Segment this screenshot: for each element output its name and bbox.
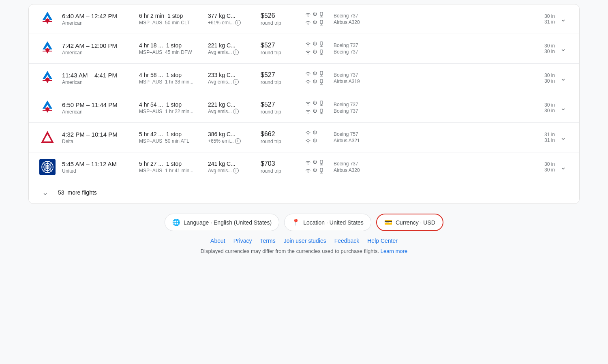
flight-duration: 4 hr 54 ... 1 stop <box>139 101 208 108</box>
duration-column: 5 hr 42 ... 1 stop MSP–AUS 50 min ATL <box>139 131 208 144</box>
expand-flight-col[interactable]: ⌄ <box>555 74 571 83</box>
aircraft-1: Boeing 757 <box>334 131 531 137</box>
price-column: $703 round trip <box>261 160 305 174</box>
privacy-link[interactable]: Privacy <box>233 238 252 244</box>
price-type: round trip <box>261 20 305 26</box>
flight-time: 11:43 AM – 4:41 PM <box>62 72 139 79</box>
flight-row[interactable]: 5:45 AM – 11:12 AM United 5 hr 27 ... 1 … <box>29 152 579 182</box>
flight-row[interactable]: 7:42 AM – 12:00 PM American 4 hr 18 ... … <box>29 34 579 64</box>
expand-flight-col[interactable]: ⌄ <box>555 44 571 53</box>
expand-flight-col[interactable]: ⌄ <box>555 163 571 171</box>
chevron-down-icon: ⌄ <box>560 15 566 24</box>
amenity-row-2 <box>305 49 330 56</box>
price-column: $662 round trip <box>261 131 305 144</box>
wifi-icon-2 <box>305 109 311 115</box>
flight-time: 7:42 AM – 12:00 PM <box>62 42 139 49</box>
usb-icon-1 <box>319 71 324 78</box>
price-column: $526 round trip <box>261 12 305 26</box>
price-type: round trip <box>261 50 305 56</box>
amenity-row-1 <box>305 41 330 48</box>
svg-rect-24 <box>320 79 323 83</box>
price-column: $527 round trip <box>261 42 305 56</box>
currency-button[interactable]: 💳 Currency · USD <box>376 214 443 231</box>
emissions-sub: +61% emi... i <box>208 20 261 26</box>
amenity-row-1 <box>305 12 330 19</box>
aircraft-1: Boeing 737 <box>334 161 531 167</box>
flight-price: $527 <box>261 101 305 108</box>
aircraft-column: Boeing 757 Airbus A321 <box>330 131 531 143</box>
more-flights-row[interactable]: ⌄ 53 more flights <box>29 182 579 203</box>
aircraft-column: Boeing 737 Boeing 737 <box>330 102 531 114</box>
wifi-icon-2 <box>305 79 311 86</box>
duration-column: 4 hr 54 ... 1 stop MSP–AUS 1 hr 22 min..… <box>139 101 208 114</box>
location-button[interactable]: 📍 Location · United States <box>284 214 371 231</box>
usb-icon-1 <box>319 101 324 107</box>
time-column: 5:45 AM – 11:12 AM United <box>58 161 139 174</box>
join-user-studies-link[interactable]: Join user studies <box>284 238 326 244</box>
globe-icon: 🌐 <box>172 218 180 226</box>
info-icon[interactable]: i <box>233 49 239 55</box>
info-icon[interactable]: i <box>233 168 239 173</box>
svg-rect-15 <box>320 50 323 53</box>
aircraft-1: Boeing 737 <box>334 43 531 48</box>
learn-more-link[interactable]: Learn more <box>381 248 407 254</box>
usb-icon-2 <box>319 20 324 27</box>
emissions-column: 386 kg C... +65% emi... i <box>208 131 261 144</box>
terms-link[interactable]: Terms <box>260 238 276 244</box>
time-column: 11:43 AM – 4:41 PM American <box>58 72 139 85</box>
legroom-1: 30 in <box>531 13 555 19</box>
legroom-2: 31 in <box>531 19 555 25</box>
emissions-column: 377 kg C... +61% emi... i <box>208 13 261 26</box>
flight-time: 5:45 AM – 11:12 AM <box>62 161 139 167</box>
aircraft-column: Boeing 737 Airbus A319 <box>330 72 531 84</box>
flight-row[interactable]: 6:40 AM – 12:42 PM American 6 hr 2 min 1… <box>29 4 579 34</box>
emissions-sub: Avg emis... i <box>208 168 261 173</box>
route-stop: MSP–AUS 45 min DFW <box>139 49 208 55</box>
expand-flight-col[interactable]: ⌄ <box>555 15 571 24</box>
feedback-link[interactable]: Feedback <box>334 238 359 244</box>
currency-icon: 💳 <box>384 218 392 226</box>
wifi-icon-1 <box>305 131 311 137</box>
time-column: 6:50 PM – 11:44 PM American <box>58 101 139 115</box>
info-icon[interactable]: i <box>235 20 241 26</box>
aircraft-2: Airbus A320 <box>334 19 531 25</box>
duration-column: 6 hr 2 min 1 stop MSP–AUS 50 min CLT <box>139 13 208 26</box>
airline-logo <box>37 70 58 86</box>
power-icon-1 <box>313 130 317 137</box>
language-button[interactable]: 🌐 Language · English (United States) <box>165 214 279 231</box>
amenities-column <box>305 101 330 116</box>
wifi-icon-2 <box>305 50 311 56</box>
amenity-row-2 <box>305 20 330 27</box>
flight-duration: 4 hr 58 ... 1 stop <box>139 72 208 78</box>
about-link[interactable]: About <box>210 238 225 244</box>
flight-row[interactable]: 4:32 PM – 10:14 PM Delta 5 hr 42 ... 1 s… <box>29 123 579 152</box>
expand-flight-col[interactable]: ⌄ <box>555 103 571 112</box>
info-icon[interactable]: i <box>233 109 239 114</box>
flight-row[interactable]: 6:50 PM – 11:44 PM American 4 hr 54 ... … <box>29 93 579 123</box>
aircraft-2: Boeing 737 <box>334 108 531 114</box>
usb-icon-1 <box>319 12 324 19</box>
expand-flight-col[interactable]: ⌄ <box>555 133 571 142</box>
power-icon-2 <box>313 20 317 27</box>
info-icon[interactable]: i <box>233 79 239 85</box>
currency-label: Currency · USD <box>396 219 435 226</box>
airline-name: American <box>62 109 139 115</box>
route-stop: MSP–AUS 50 min CLT <box>139 20 208 26</box>
legroom-1: 30 in <box>531 161 555 167</box>
flight-duration: 6 hr 2 min 1 stop <box>139 13 208 19</box>
amenities-column <box>305 41 330 56</box>
aircraft-column: Boeing 737 Airbus A320 <box>330 161 531 173</box>
language-label: Language · English (United States) <box>184 219 272 226</box>
airline-name: United <box>62 168 139 174</box>
legroom-column: 30 in 30 in <box>531 43 555 54</box>
flight-row[interactable]: 11:43 AM – 4:41 PM American 4 hr 58 ... … <box>29 64 579 93</box>
legroom-column: 30 in 30 in <box>531 161 555 173</box>
power-icon-1 <box>313 41 317 48</box>
legroom-2: 30 in <box>531 49 555 54</box>
help-center-link[interactable]: Help Center <box>367 238 398 244</box>
aircraft-2: Airbus A320 <box>334 167 531 173</box>
wifi-icon-1 <box>305 101 311 107</box>
emissions-sub: +65% emi... i <box>208 138 261 144</box>
wifi-icon-1 <box>305 42 311 48</box>
info-icon[interactable]: i <box>235 138 241 144</box>
